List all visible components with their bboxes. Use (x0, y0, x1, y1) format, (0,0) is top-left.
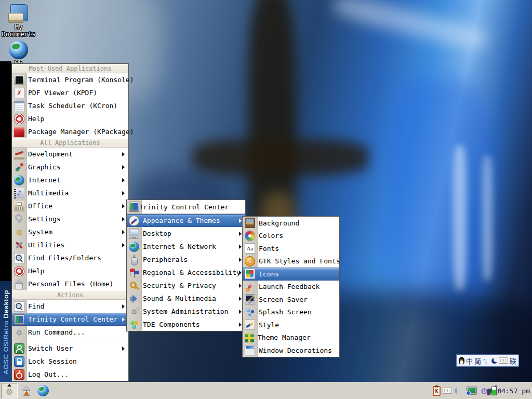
wallpaper-blur-shape (332, 0, 489, 53)
menu-item-office[interactable]: Office (12, 200, 128, 212)
im-association[interactable]: 联 (510, 356, 516, 366)
menu-item-window-decorations[interactable]: Window Decorations (243, 344, 339, 357)
globe-icon (9, 41, 28, 59)
menu-item-personal-files-home[interactable]: Personal Files (Home) (12, 277, 128, 290)
menu-item-fonts[interactable]: Fonts (243, 242, 339, 255)
menu-item-launch-feedback[interactable]: Launch Feedback (243, 281, 339, 294)
menu-item-desktop[interactable]: Desktop (127, 227, 245, 240)
kcron-icon (14, 101, 24, 111)
menu-item-development[interactable]: Development (12, 148, 128, 161)
kpackage-icon (14, 127, 24, 137)
menu-item-utilities[interactable]: Utilities (12, 238, 128, 251)
menu-item-label: Task Scheduler (KCron) (28, 102, 117, 110)
volume-icon[interactable] (454, 385, 464, 396)
half-width-moon-icon[interactable] (491, 358, 497, 364)
tux-logo-icon[interactable] (459, 357, 464, 365)
kmenu-branding-background: AOSC OS/Retro Desktop (0, 281, 11, 383)
submenu-title: Trinity Control Center (127, 200, 245, 214)
menu-item-label: Help (28, 267, 44, 275)
menu-item-log-out[interactable]: Log Out... (12, 368, 128, 381)
menu-item-style[interactable]: Style (243, 318, 339, 331)
controlcenter-icon (129, 202, 139, 212)
keyboard-icon[interactable] (443, 388, 452, 394)
sysadmin-icon (129, 307, 139, 317)
menu-item-tde-components[interactable]: TDE Components (127, 318, 245, 331)
im-simplified[interactable]: 简 (474, 356, 481, 366)
menu-item-icons[interactable]: Icons (243, 268, 339, 281)
menu-item-system-administration[interactable]: System Administration (127, 305, 245, 318)
submenu-arrow-icon (122, 165, 125, 169)
submenu-arrow-icon (122, 230, 125, 234)
menu-item-colors[interactable]: Colors (243, 230, 339, 243)
menu-item-find-files-folders[interactable]: Find Files/Folders (12, 251, 128, 264)
menu-item-help[interactable]: Help (12, 264, 128, 277)
menu-item-gtk-styles-and-fonts[interactable]: GTK Styles and Fonts (243, 255, 339, 268)
menu-section-header-most-used-applications: Most Used Applications (12, 64, 128, 73)
kmenu-popup: Most Used ApplicationsTerminal Program (… (11, 63, 129, 381)
submenu-arrow-icon (122, 304, 125, 309)
internet-icon (14, 175, 24, 185)
menu-item-lock-session[interactable]: Lock Session (12, 355, 128, 368)
development-icon (14, 149, 24, 159)
fonts-icon (245, 243, 255, 254)
submenu-arrow-icon (122, 178, 125, 182)
menu-item-label: Log Out... (28, 370, 69, 378)
menu-section-header-all-applications: All Applications (12, 138, 128, 148)
submenu-arrow-icon (122, 243, 125, 247)
menu-item-label: Theme Manager (258, 334, 311, 341)
menu-item-label: Icons (259, 270, 279, 278)
menu-item-graphics[interactable]: Graphics (12, 161, 128, 174)
desktop-screen: My Documents Wb AOSC OS/Retro Desktop Mo… (0, 0, 532, 399)
office-icon (14, 201, 24, 211)
display-icon[interactable] (467, 387, 477, 395)
menu-item-appearance-themes[interactable]: Appearance & Themes (127, 214, 245, 227)
menu-item-task-scheduler-kcron[interactable]: Task Scheduler (KCron) (12, 99, 128, 112)
menu-item-find[interactable]: Find (12, 300, 128, 313)
submenu-arrow-icon (122, 152, 125, 156)
menu-item-trinity-control-center[interactable]: Trinity Control Center (12, 313, 128, 326)
menu-item-help[interactable]: Help (12, 112, 128, 125)
browser-button[interactable] (35, 383, 51, 398)
menu-item-theme-manager[interactable]: Theme Manager (243, 331, 339, 344)
input-method-panel[interactable]: 中 简 ’。 联 (456, 354, 519, 367)
menu-item-settings[interactable]: Settings (12, 212, 128, 225)
menu-item-label: Fonts (259, 245, 279, 252)
home-button[interactable] (19, 383, 34, 398)
power-icon[interactable] (491, 387, 497, 395)
graphics-icon (14, 162, 24, 172)
menu-item-security-privacy[interactable]: Security & Privacy (127, 279, 245, 292)
menu-item-label: Settings (28, 215, 61, 223)
menu-item-peripherals[interactable]: Peripherals (127, 253, 245, 266)
menu-item-internet-network[interactable]: Internet & Network (127, 240, 245, 253)
menu-item-background[interactable]: Background (243, 217, 339, 230)
menu-item-label: Personal Files (Home) (28, 280, 113, 288)
im-punctuation[interactable]: ’。 (483, 357, 490, 365)
help-icon (14, 114, 24, 124)
taskbar-clock[interactable]: 04:57 pm (497, 382, 530, 399)
home-icon (14, 279, 24, 289)
menu-item-regional-accessibility[interactable]: Regional & Accessibility (127, 266, 245, 279)
menu-item-package-manager-kpackage[interactable]: Package Manager (KPackage) (12, 125, 128, 138)
splash-icon (245, 307, 255, 317)
menu-item-screen-saver[interactable]: Screen Saver (243, 293, 339, 306)
kmenu-button[interactable] (1, 383, 18, 398)
menu-item-internet[interactable]: Internet (12, 174, 128, 187)
submenu-arrow-icon (122, 217, 125, 221)
menu-item-system[interactable]: System (12, 225, 128, 238)
klipper-icon[interactable] (433, 386, 441, 396)
menu-item-switch-user[interactable]: Switch User (12, 342, 128, 355)
menu-item-label: Multimedia (28, 189, 69, 197)
menu-item-multimedia[interactable]: Multimedia (12, 187, 128, 200)
menu-item-sound-multimedia[interactable]: Sound & Multimedia (127, 292, 245, 305)
menu-item-splash-screen[interactable]: Splash Screen (243, 306, 339, 319)
im-chinese-mode[interactable]: 中 (466, 356, 473, 366)
menu-item-label: Lock Session (28, 357, 77, 365)
submenu-arrow-icon (239, 232, 242, 236)
desktop-icon-my-documents[interactable]: My Documents (0, 4, 37, 38)
menu-item-run-command[interactable]: Run Command... (12, 326, 128, 339)
menu-item-label: Package Manager (KPackage) (28, 128, 134, 136)
kpdf-icon (14, 88, 24, 98)
menu-item-terminal-program-konsole[interactable]: Terminal Program (Konsole) (12, 73, 128, 86)
soft-keyboard-icon[interactable] (499, 357, 508, 364)
menu-item-pdf-viewer-kpdf[interactable]: PDF Viewer (KPDF) (12, 86, 128, 99)
